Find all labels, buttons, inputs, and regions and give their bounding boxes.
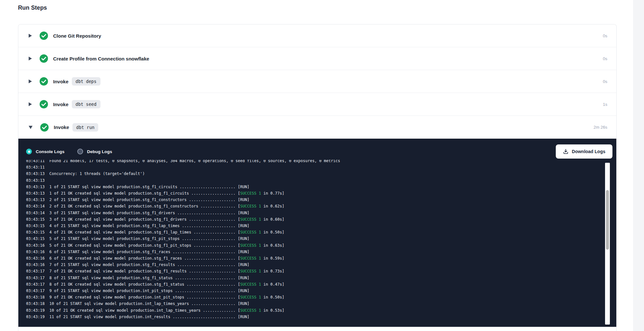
log-line: 03:43:17 8 of 21 START sql view model pr…: [26, 275, 616, 281]
success-status-text: SUCCESS 1: [240, 256, 261, 261]
console-scrollbar[interactable]: [605, 163, 610, 325]
log-line: 03:43:16 6 of 21 START sql view model pr…: [26, 249, 616, 255]
console-log-viewport[interactable]: 03:43:11 Found 21 models, 17 tests, 0 sn…: [18, 160, 616, 322]
console-log-lines: 03:43:11 Found 21 models, 17 tests, 0 sn…: [18, 160, 616, 320]
success-check-icon: [40, 32, 48, 40]
success-status-text: SUCCESS 1: [240, 282, 261, 287]
log-line: 03:43:15 5 of 21 START sql view model pr…: [26, 235, 616, 242]
log-line: 03:43:18 9 of 21 OK created sql view mod…: [26, 294, 616, 300]
log-line: 03:43:15 4 of 21 START sql view model pr…: [26, 223, 616, 229]
log-line: 03:43:11: [26, 164, 616, 170]
step-duration: 0s: [603, 56, 607, 61]
step-row-invoke-dbt-seed[interactable]: Invoke dbt seed 1s: [18, 93, 616, 116]
log-line: 03:43:17 8 of 21 OK created sql view mod…: [26, 281, 616, 288]
step-command-badge: dbt deps: [72, 77, 100, 86]
step-duration: 1s: [603, 102, 607, 107]
run-steps-page: Run Steps Clone Git Repository 0s Create…: [0, 0, 644, 331]
log-line: 03:43:13 1 of 21 START sql view model pr…: [26, 184, 616, 190]
download-logs-button[interactable]: Download Logs: [556, 144, 612, 159]
page-right-gutter: [633, 0, 644, 331]
download-icon: [563, 149, 569, 154]
success-status-text: SUCCESS 1: [240, 243, 261, 248]
step-title: Create Profile from Connection snowflake: [53, 56, 149, 61]
page-title: Run Steps: [18, 5, 47, 11]
console-header: Console Logs Debug Logs Download Logs: [18, 139, 616, 159]
success-check-icon: [40, 100, 48, 108]
success-status-text: SUCCESS 1: [240, 217, 261, 222]
log-line: 03:43:18 10 of 21 START sql view model p…: [26, 300, 616, 307]
log-line: 03:43:14 3 of 21 START sql view model pr…: [26, 210, 616, 216]
log-line: 03:43:17 7 of 21 OK created sql view mod…: [26, 268, 616, 274]
success-status-text: SUCCESS 1: [240, 204, 261, 208]
step-duration: 0s: [603, 33, 607, 38]
step-duration: 0s: [603, 79, 607, 84]
success-check-icon: [40, 77, 48, 86]
step-row-invoke-dbt-deps[interactable]: Invoke dbt deps 0s: [18, 70, 616, 93]
log-line: 03:43:19 10 of 21 OK created sql view mo…: [26, 307, 616, 314]
log-line: 03:43:15 3 of 21 OK created sql view mod…: [26, 216, 616, 223]
log-line: 03:43:15 4 of 21 OK created sql view mod…: [26, 229, 616, 235]
download-logs-label: Download Logs: [572, 149, 605, 154]
log-line: 03:43:16 6 of 21 OK created sql view mod…: [26, 255, 616, 262]
console-logs-radio[interactable]: Console Logs: [26, 149, 64, 154]
step-title: Invoke: [53, 102, 69, 107]
success-check-icon: [40, 54, 48, 63]
log-line: 03:43:16 5 of 21 OK created sql view mod…: [26, 242, 616, 249]
success-status-text: SUCCESS 1: [240, 308, 261, 313]
log-line: 03:43:13 1 of 21 OK created sql view mod…: [26, 190, 616, 197]
debug-logs-label: Debug Logs: [87, 149, 112, 154]
run-steps-card: Clone Git Repository 0s Create Profile f…: [18, 24, 617, 331]
chevron-right-icon[interactable]: [29, 57, 32, 60]
step-title: Clone Git Repository: [53, 33, 101, 39]
step-row-create-profile[interactable]: Create Profile from Connection snowflake…: [18, 47, 616, 70]
step-duration: 2m 26s: [593, 125, 607, 130]
radio-unselected-icon[interactable]: [77, 149, 83, 154]
success-status-text: SUCCESS 1: [240, 269, 261, 273]
step-command-badge: dbt seed: [72, 100, 100, 108]
console-log-panel: Console Logs Debug Logs Download Logs: [18, 139, 616, 327]
step-title: Invoke: [53, 79, 69, 84]
log-line: 03:43:11 Found 21 models, 17 tests, 0 sn…: [26, 160, 616, 164]
log-line: 03:43:19 11 of 21 START sql view model p…: [26, 314, 616, 320]
success-check-icon: [40, 123, 49, 132]
chevron-right-icon[interactable]: [29, 79, 32, 83]
chevron-right-icon[interactable]: [29, 34, 32, 38]
debug-logs-radio[interactable]: Debug Logs: [77, 149, 112, 154]
chevron-right-icon[interactable]: [29, 102, 32, 106]
console-logs-label: Console Logs: [36, 149, 64, 154]
success-status-text: SUCCESS 1: [240, 295, 261, 299]
step-row-clone-git-repository[interactable]: Clone Git Repository 0s: [18, 24, 616, 47]
log-line: 03:43:17 9 of 21 START sql view model pr…: [26, 288, 616, 294]
chevron-down-icon[interactable]: [29, 126, 33, 129]
log-line: 03:43:16 7 of 21 START sql view model pr…: [26, 262, 616, 268]
step-row-invoke-dbt-run[interactable]: Invoke dbt run 2m 26s: [18, 116, 616, 139]
log-line: 03:43:13: [26, 177, 616, 184]
radio-selected-icon[interactable]: [26, 149, 32, 154]
log-type-radio-group: Console Logs Debug Logs: [26, 149, 112, 154]
scrollbar-thumb[interactable]: [606, 190, 609, 250]
step-command-badge: dbt run: [72, 123, 99, 132]
success-status-text: SUCCESS 1: [240, 230, 261, 234]
log-line: 03:43:14 2 of 21 OK created sql view mod…: [26, 203, 616, 209]
success-status-text: SUCCESS 1: [240, 191, 261, 196]
step-title: Invoke: [54, 124, 69, 130]
log-line: 03:43:13 2 of 21 START sql view model pr…: [26, 197, 616, 203]
log-line: 03:43:13 Concurrency: 1 threads (target=…: [26, 170, 616, 177]
